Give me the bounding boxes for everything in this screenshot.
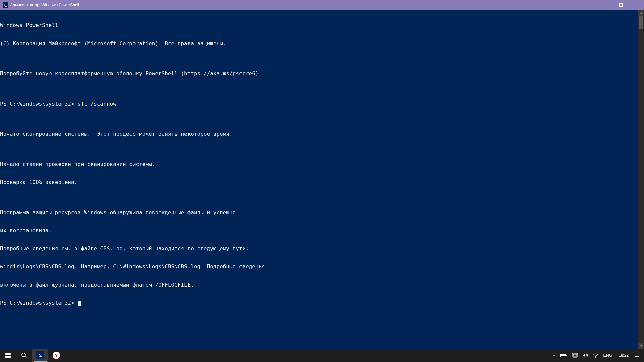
chevron-up-icon xyxy=(640,12,643,14)
tray-language[interactable]: ENG xyxy=(600,349,615,362)
powershell-icon xyxy=(3,2,8,8)
svg-rect-6 xyxy=(5,353,8,355)
svg-marker-5 xyxy=(640,345,642,347)
terminal-line: включены в файл журнала, предоставляемый… xyxy=(0,282,638,288)
vertical-scrollbar[interactable] xyxy=(638,10,644,349)
terminal-area[interactable]: Windows PowerShell (C) Корпорация Майкро… xyxy=(0,10,644,349)
svg-rect-9 xyxy=(8,356,11,358)
scroll-up-button[interactable] xyxy=(638,10,644,16)
minimize-button[interactable] xyxy=(598,0,613,10)
terminal-output[interactable]: Windows PowerShell (C) Корпорация Майкро… xyxy=(0,10,638,349)
svg-rect-16 xyxy=(573,354,577,356)
tray-action-center[interactable] xyxy=(632,349,642,362)
language-text: ENG xyxy=(603,353,612,358)
svg-rect-13 xyxy=(566,355,567,356)
tray-show-hidden[interactable] xyxy=(550,349,558,362)
svg-rect-8 xyxy=(5,356,8,358)
taskbar-spacer xyxy=(64,349,550,362)
terminal-prompt-line: PS C:\Windows\system32> sfc /scannow xyxy=(0,101,638,107)
scrollbar-track[interactable] xyxy=(638,16,644,343)
onedrive-icon xyxy=(572,353,578,358)
terminal-prompt-line: PS C:\Windows\system32> xyxy=(0,300,638,306)
battery-icon xyxy=(560,353,567,357)
command-text: sfc /scannow xyxy=(77,101,116,107)
terminal-line: Программа защиты ресурсов Windows обнару… xyxy=(0,209,638,216)
svg-marker-4 xyxy=(640,12,642,14)
chevron-down-icon xyxy=(640,345,643,347)
terminal-line: Проверка 100% завершена. xyxy=(0,179,638,185)
close-button[interactable] xyxy=(629,0,644,10)
terminal-line: их восстановила. xyxy=(0,228,638,234)
chevron-up-icon xyxy=(552,354,556,357)
terminal-line: Подробные сведения см. в файле CBS.Log, … xyxy=(0,246,638,252)
maximize-button[interactable] xyxy=(613,0,629,10)
search-button[interactable] xyxy=(16,349,32,362)
volume-icon xyxy=(583,353,588,358)
search-icon xyxy=(21,352,27,358)
svg-marker-17 xyxy=(583,353,585,357)
prompt-text: PS C:\Windows\system32> xyxy=(0,101,77,107)
wifi-icon xyxy=(593,353,598,358)
svg-line-11 xyxy=(25,356,26,358)
window-titlebar[interactable]: Администратор: Windows PowerShell xyxy=(0,0,644,10)
terminal-line: Попробуйте новую кроссплатформенную обол… xyxy=(0,71,638,77)
clock-text: 18:22 xyxy=(619,353,629,358)
cursor xyxy=(78,301,81,306)
close-icon xyxy=(635,3,638,7)
tray-volume[interactable] xyxy=(580,349,590,362)
tray-onedrive[interactable] xyxy=(570,349,580,362)
scroll-down-button[interactable] xyxy=(638,343,644,349)
terminal-line: windir\Logs\CBS\CBS.log. Например, C:\Wi… xyxy=(0,264,638,270)
windows-logo-icon xyxy=(5,353,11,358)
terminal-line: Начало стадии проверки при сканировании … xyxy=(0,161,638,167)
tray-network[interactable] xyxy=(590,349,600,362)
svg-rect-7 xyxy=(8,353,11,355)
scrollbar-thumb[interactable] xyxy=(639,16,643,29)
svg-rect-15 xyxy=(572,353,578,357)
taskbar[interactable]: Y xyxy=(0,349,644,362)
notification-icon xyxy=(634,353,640,358)
svg-rect-14 xyxy=(561,354,566,356)
start-button[interactable] xyxy=(0,349,16,362)
prompt-text: PS C:\Windows\system32> xyxy=(0,300,77,306)
window-title: Администратор: Windows PowerShell xyxy=(10,3,79,7)
svg-point-10 xyxy=(22,353,25,357)
terminal-line: Windows PowerShell xyxy=(0,22,638,28)
taskbar-yandex-browser[interactable]: Y xyxy=(48,349,64,362)
tray-battery[interactable] xyxy=(558,349,570,362)
taskbar-powershell[interactable] xyxy=(32,349,48,362)
powershell-icon xyxy=(36,351,44,359)
svg-rect-19 xyxy=(635,353,639,357)
svg-point-18 xyxy=(595,357,596,358)
tray-clock[interactable]: 18:22 xyxy=(615,349,632,362)
terminal-line: (C) Корпорация Майкрософт (Microsoft Cor… xyxy=(0,41,638,47)
yandex-icon: Y xyxy=(53,352,60,359)
terminal-line: Начато сканирование системы. Этот процес… xyxy=(0,131,638,137)
maximize-icon xyxy=(619,3,623,7)
svg-rect-1 xyxy=(620,4,623,7)
minimize-icon xyxy=(604,3,607,7)
